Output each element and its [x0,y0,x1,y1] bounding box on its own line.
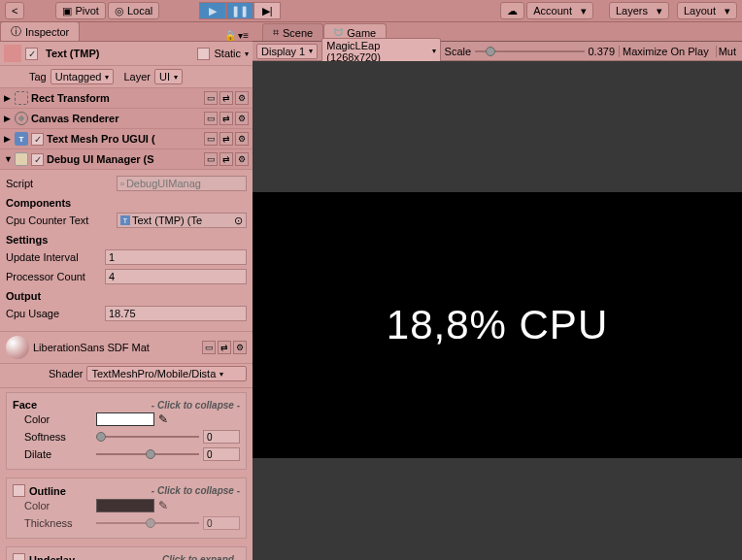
script-field[interactable]: ▫DebugUIManag [117,176,247,191]
thickness-slider[interactable] [96,522,199,524]
cloud-button[interactable]: ☁ [500,2,524,19]
cpu-display-text: 18,8% CPU [387,302,608,348]
maximize-label[interactable]: Maximize On Play [619,46,712,57]
gear-icon[interactable]: ⚙ [235,152,249,166]
docs-icon[interactable]: ▭ [204,152,218,166]
panel-menu-icon[interactable]: ▾≡ [238,30,249,41]
outline-color-swatch[interactable] [96,499,154,512]
static-checkbox[interactable] [197,48,210,60]
outline-section: Outline - Click to collapse - Color ✎ Th… [6,478,247,539]
docs-icon[interactable]: ▭ [204,91,218,105]
material-header[interactable]: LiberationSans SDF Mat ▭⇄⚙ [0,332,253,364]
components-section-label: Components [6,193,247,211]
gameobject-active-checkbox[interactable] [25,48,38,60]
cpu-counter-field[interactable]: TText (TMP) (Te⊙ [117,213,247,228]
mute-label[interactable]: Mut [716,46,738,57]
tool-hand[interactable]: < [5,2,24,19]
shader-dropdown[interactable]: TextMeshPro/Mobile/Dista [86,366,247,381]
face-section: Face - Click to collapse - Color ✎ Softn… [6,392,247,470]
tab-scene[interactable]: ⌗Scene [262,23,323,41]
step-button[interactable]: ▶| [253,2,281,19]
update-interval-label: Update Interval [6,251,101,263]
face-color-swatch[interactable] [96,412,154,426]
scale-label: Scale [445,46,472,57]
thickness-value[interactable] [203,516,240,530]
outline-collapse-hint[interactable]: - Click to collapse - [152,485,240,496]
tmp-enabled-checkbox[interactable] [31,133,44,146]
gameobject-name-field[interactable]: Text (TMP) [42,47,193,60]
tab-inspector[interactable]: ⓘInspector [0,22,80,41]
dilate-value[interactable] [203,447,240,461]
local-button[interactable]: ◎Local [108,2,159,19]
layer-dropdown[interactable]: UI [154,69,183,84]
tag-dropdown[interactable]: Untagged [51,69,115,84]
cpu-usage-field[interactable] [105,306,247,321]
inspector-icon: ⓘ [11,24,21,39]
processor-count-label: Processor Count [6,271,101,282]
pivot-icon: ▣ [62,5,72,17]
preset-icon[interactable]: ⇄ [218,341,231,354]
shader-label: Shader [49,368,83,379]
debug-ui-manager-body: Script ▫DebugUIManag Components Cpu Coun… [0,170,253,332]
update-interval-field[interactable] [105,249,247,265]
lock-icon[interactable]: 🔒 [224,30,236,41]
underlay-section: Underlay - Click to expand - [6,546,247,560]
top-toolbar: < ▣Pivot ◎Local ▶ ❚❚ ▶| ☁ Account▾ Layer… [0,0,742,22]
static-dropdown-arrow[interactable]: ▾ [245,49,249,58]
component-rect-transform[interactable]: ▶ Rect Transform ▭⇄⚙ [0,88,253,109]
rect-transform-icon [15,91,28,105]
preset-icon[interactable]: ⇄ [219,91,233,105]
component-canvas-renderer[interactable]: ▶ Canvas Renderer ▭⇄⚙ [0,109,253,129]
layout-dropdown[interactable]: Layout▾ [677,2,737,19]
softness-slider[interactable] [96,436,199,438]
outline-title[interactable]: Outline [29,485,66,497]
foldout-icon[interactable]: ▶ [4,134,12,144]
outline-color-label: Color [24,500,92,511]
settings-section-label: Settings [6,230,247,247]
preset-icon[interactable]: ⇄ [219,132,233,146]
game-viewport: 18,8% CPU [253,61,742,560]
component-debug-ui-manager[interactable]: ▼ Debug UI Manager (S ▭⇄⚙ [0,149,253,170]
local-icon: ◎ [115,5,124,17]
scale-slider[interactable] [475,50,584,52]
docs-icon[interactable]: ▭ [204,112,218,125]
underlay-title[interactable]: Underlay [29,554,75,561]
display-dropdown[interactable]: Display 1 [256,44,318,59]
docs-icon[interactable]: ▭ [202,341,216,354]
component-tmp[interactable]: ▶ T Text Mesh Pro UGUI ( ▭⇄⚙ [0,129,253,149]
foldout-icon[interactable]: ▼ [4,154,12,164]
face-title[interactable]: Face [13,399,37,411]
preset-icon[interactable]: ⇄ [219,112,233,125]
preset-icon[interactable]: ⇄ [219,152,233,166]
foldout-icon[interactable]: ▶ [4,114,12,123]
layer-label: Layer [123,71,151,82]
play-button[interactable]: ▶ [199,2,226,19]
eyedropper-icon[interactable]: ✎ [158,499,168,512]
pause-button[interactable]: ❚❚ [226,2,253,19]
outline-checkbox[interactable] [13,484,25,497]
underlay-expand-hint[interactable]: - Click to expand - [156,554,240,560]
processor-count-field[interactable] [105,269,247,284]
underlay-checkbox[interactable] [13,553,25,560]
account-dropdown[interactable]: Account▾ [526,2,593,19]
gear-icon[interactable]: ⚙ [235,112,249,125]
cpu-counter-label: Cpu Counter Text [6,214,113,226]
tmp-icon: T [15,132,28,146]
tag-layer-row: Tag Untagged Layer UI [0,66,253,88]
face-collapse-hint[interactable]: - Click to collapse - [152,400,240,411]
gear-icon[interactable]: ⚙ [235,91,249,105]
pivot-button[interactable]: ▣Pivot [55,2,105,19]
game-render-area: 18,8% CPU [253,192,742,458]
game-toolbar: Display 1 MagicLEap (1268x720) Scale 0.3… [253,42,742,61]
softness-value[interactable] [203,430,240,444]
gameobject-icon [4,45,21,62]
eyedropper-icon[interactable]: ✎ [158,412,168,426]
debug-enabled-checkbox[interactable] [31,153,44,166]
foldout-icon[interactable]: ▶ [4,93,12,103]
docs-icon[interactable]: ▭ [204,132,218,146]
output-section-label: Output [6,286,247,304]
gear-icon[interactable]: ⚙ [235,132,249,146]
gear-icon[interactable]: ⚙ [233,341,247,354]
layers-dropdown[interactable]: Layers▾ [609,2,669,19]
dilate-slider[interactable] [96,453,199,455]
